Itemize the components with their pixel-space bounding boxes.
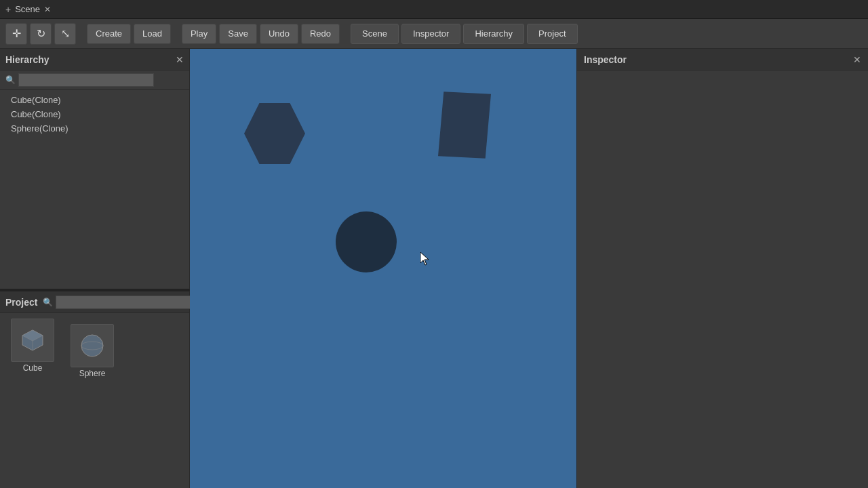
undo-button[interactable]: Undo <box>260 24 298 44</box>
hexagon-shape[interactable] <box>244 103 305 164</box>
hierarchy-title: Hierarchy <box>5 54 50 65</box>
project-search-icon: 🔍 <box>43 298 53 307</box>
title-bar: + Scene ✕ <box>0 0 868 19</box>
window-title: Scene <box>15 4 40 14</box>
sphere-label: Sphere <box>79 369 106 378</box>
hierarchy-header: Hierarchy ✕ <box>0 49 189 70</box>
project-tab-button[interactable]: Project <box>527 24 577 44</box>
list-item[interactable]: Cube(Clone) <box>0 107 189 121</box>
hierarchy-items-list: Cube(Clone) Cube(Clone) Sphere(Clone) <box>0 90 189 289</box>
svg-point-3 <box>81 335 103 357</box>
scene-viewport[interactable] <box>190 49 576 488</box>
project-header: Project 🔍 ✕ <box>0 291 189 313</box>
create-button[interactable]: Create <box>87 24 131 44</box>
project-item-sphere[interactable]: Sphere <box>65 324 119 378</box>
list-item[interactable]: Cube(Clone) <box>0 93 189 107</box>
redo-button[interactable]: Redo <box>301 24 340 44</box>
hierarchy-tab-button[interactable]: Hierarchy <box>463 24 524 44</box>
move-icon: ✛ <box>12 27 21 40</box>
scene-tab-button[interactable]: Scene <box>351 24 399 44</box>
inspector-header: Inspector ✕ <box>577 49 868 70</box>
search-icon: 🔍 <box>5 75 16 85</box>
hierarchy-search-bar: 🔍 <box>0 70 189 90</box>
left-column: Hierarchy ✕ 🔍 Cube(Clone) Cube(Clone) Sp… <box>0 49 190 488</box>
toolbar: ✛ ↻ ⤡ Create Load Play Save Undo Redo Sc… <box>0 19 868 49</box>
title-close-icon[interactable]: ✕ <box>44 5 51 14</box>
list-item[interactable]: Sphere(Clone) <box>0 121 189 136</box>
main-area: Hierarchy ✕ 🔍 Cube(Clone) Cube(Clone) Sp… <box>0 49 868 488</box>
scale-tool-button[interactable]: ⤡ <box>54 23 76 45</box>
project-item-cube[interactable]: Cube <box>5 319 60 378</box>
cube-shape[interactable] <box>438 92 491 159</box>
inspector-panel: Inspector ✕ <box>576 49 868 488</box>
sphere-icon <box>79 332 106 359</box>
svg-marker-5 <box>420 252 429 265</box>
sphere-thumbnail <box>71 324 114 367</box>
cube-label: Cube <box>23 363 43 373</box>
hierarchy-close-button[interactable]: ✕ <box>176 54 184 65</box>
title-plus-icon[interactable]: + <box>5 4 11 15</box>
cube-thumbnail <box>11 319 54 362</box>
project-title: Project <box>5 297 37 308</box>
cursor-indicator <box>420 252 431 266</box>
project-items-list: Cube Sphere <box>0 313 189 488</box>
sphere-shape[interactable] <box>336 211 397 272</box>
inspector-tab-button[interactable]: Inspector <box>401 24 460 44</box>
inspector-content <box>577 70 868 488</box>
hierarchy-search-input[interactable] <box>18 73 154 87</box>
load-button[interactable]: Load <box>134 24 171 44</box>
rotate-icon: ↻ <box>37 27 45 40</box>
inspector-title: Inspector <box>584 54 627 65</box>
play-button[interactable]: Play <box>182 24 216 44</box>
project-panel: Project 🔍 ✕ <box>0 290 190 488</box>
rotate-tool-button[interactable]: ↻ <box>30 23 52 45</box>
save-button[interactable]: Save <box>219 24 257 44</box>
inspector-close-button[interactable]: ✕ <box>853 54 861 65</box>
move-tool-button[interactable]: ✛ <box>5 23 27 45</box>
hierarchy-panel: Hierarchy ✕ 🔍 Cube(Clone) Cube(Clone) Sp… <box>0 49 190 290</box>
scale-icon: ⤡ <box>61 27 70 40</box>
cube-icon <box>19 327 46 354</box>
